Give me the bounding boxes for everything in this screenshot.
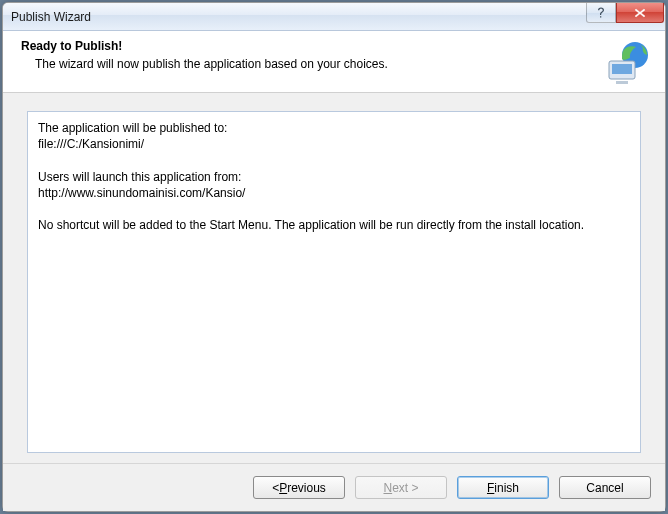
page-title: Ready to Publish!	[21, 39, 603, 53]
button-row: < Previous Next > Finish Cancel	[3, 463, 665, 511]
finish-button[interactable]: Finish	[457, 476, 549, 499]
cancel-button[interactable]: Cancel	[559, 476, 651, 499]
titlebar-buttons	[586, 3, 664, 23]
svg-rect-3	[616, 81, 628, 84]
dialog-window: Publish Wizard Ready to Publish! The wiz…	[2, 2, 666, 512]
titlebar[interactable]: Publish Wizard	[3, 3, 665, 31]
previous-button[interactable]: < Previous	[253, 476, 345, 499]
wizard-header: Ready to Publish! The wizard will now pu…	[3, 31, 665, 93]
help-icon	[596, 7, 606, 19]
next-button: Next >	[355, 476, 447, 499]
help-button[interactable]	[586, 3, 616, 23]
window-title: Publish Wizard	[11, 10, 91, 24]
wizard-header-text: Ready to Publish! The wizard will now pu…	[21, 39, 603, 71]
summary-text: The application will be published to: fi…	[27, 111, 641, 453]
page-subtitle: The wizard will now publish the applicat…	[21, 57, 603, 71]
close-icon	[634, 8, 646, 18]
publish-icon	[603, 39, 651, 87]
close-button[interactable]	[616, 3, 664, 23]
svg-rect-2	[612, 64, 632, 74]
wizard-content: The application will be published to: fi…	[3, 93, 665, 463]
